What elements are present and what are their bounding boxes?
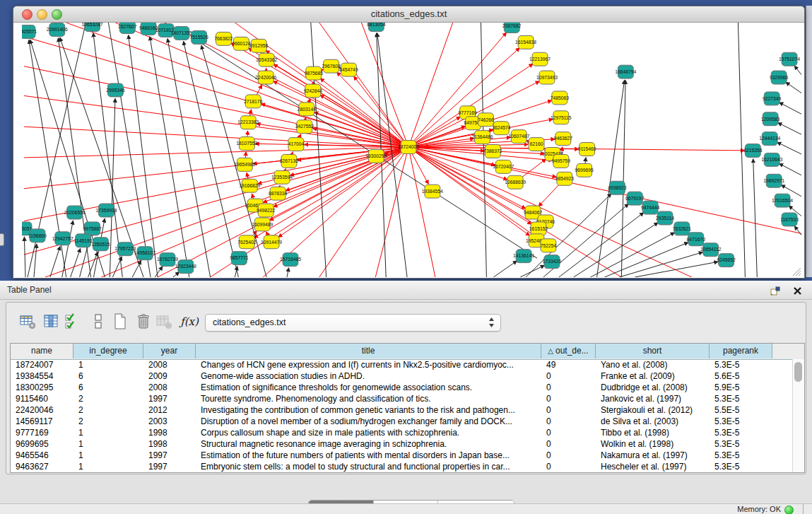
table-row[interactable]: 1830029562008Estimation of significance … — [11, 382, 793, 393]
graph-edge[interactable] — [753, 159, 758, 277]
graph-edge[interactable] — [320, 95, 408, 148]
table-cell[interactable]: 0 — [541, 393, 596, 404]
graph-node[interactable]: 16648794 — [615, 65, 636, 78]
table-cell[interactable]: 2008 — [143, 382, 196, 393]
table-cell[interactable]: 22420046 — [11, 404, 73, 416]
graph-node[interactable]: 1145193 — [74, 234, 93, 247]
graph-node[interactable]: 2995346 — [106, 83, 125, 97]
table-scrollbar[interactable] — [792, 359, 804, 472]
graph-node[interactable]: 9498222 — [257, 204, 276, 217]
graph-node[interactable]: 7485063 — [551, 91, 570, 105]
graph-node[interactable]: 9227349 — [763, 92, 782, 105]
delete-table-icon[interactable] — [134, 313, 153, 331]
table-cell[interactable]: Yano et al. (2008) — [596, 359, 710, 370]
graph-node[interactable]: 62160 — [529, 138, 544, 151]
graph-node[interactable]: 10654112 — [700, 243, 722, 257]
graph-node[interactable]: 12975115 — [551, 111, 572, 124]
table-cell[interactable]: 0 — [541, 382, 596, 393]
table-cell[interactable]: 1998 — [143, 427, 196, 438]
graph-edge[interactable] — [290, 147, 408, 175]
graph-node[interactable]: 752254 — [541, 239, 557, 252]
table-cell[interactable]: Wolkin et al. (1998) — [596, 438, 710, 450]
graph-node[interactable]: 12213383 — [237, 116, 259, 129]
graph-edge[interactable] — [173, 272, 180, 277]
graph-node[interactable]: 12353594 — [271, 170, 293, 184]
close-panel-icon[interactable] — [793, 286, 802, 295]
graph-node[interactable]: 7663822 — [214, 32, 233, 45]
table-cell[interactable]: 2 — [73, 393, 143, 404]
table-cell[interactable]: 5.3E-5 — [710, 438, 772, 450]
graph-node[interactable]: 3624574 — [492, 122, 511, 135]
graph-node[interactable]: 1167533 — [780, 213, 799, 226]
table-cell[interactable]: Structural magnetic resonance image aver… — [196, 438, 541, 450]
graph-edge[interactable] — [520, 265, 544, 277]
graph-node[interactable]: 16720407 — [493, 160, 514, 173]
graph-edge[interactable] — [129, 35, 158, 277]
graph-node[interactable]: 2967608 — [322, 59, 341, 73]
table-cell[interactable]: 5.3E-5 — [710, 416, 772, 427]
table-row[interactable]: 946362711997Embryonic stem cells: a mode… — [11, 461, 793, 472]
graph-node[interactable]: 12444134 — [759, 132, 780, 146]
graph-node[interactable]: 1350515 — [91, 238, 110, 251]
graph-node[interactable]: 9699695 — [575, 163, 594, 177]
table-row[interactable]: 946554611997Estimation of the future num… — [11, 450, 793, 461]
graph-node[interactable]: 9405571 — [22, 25, 37, 38]
column-header-year[interactable]: year — [143, 344, 196, 358]
graph-edge[interactable] — [314, 112, 408, 147]
graph-node[interactable]: 10914479 — [261, 235, 282, 249]
graph-node[interactable]: 16210643 — [761, 153, 782, 166]
table-cell[interactable]: Tibbo et al. (1998) — [596, 427, 710, 438]
graph-node[interactable]: 6679197 — [625, 192, 645, 205]
table-settings-icon[interactable] — [19, 313, 37, 331]
graph-edge[interactable] — [635, 262, 718, 277]
graph-node[interactable]: 7515526 — [190, 30, 209, 44]
graph-edge[interactable] — [71, 249, 81, 277]
graph-node[interactable]: 14071355 — [171, 26, 192, 40]
graph-node[interactable]: 18107553 — [236, 137, 257, 151]
graph-edge[interactable] — [112, 257, 122, 277]
table-cell[interactable]: Jankovic et al. (1997) — [596, 393, 710, 404]
graph-node[interactable]: 1615152 — [529, 222, 548, 235]
graph-node[interactable]: 417004 — [288, 138, 305, 151]
table-cell[interactable]: Hescheler et al. (1997) — [596, 461, 710, 472]
table-cell[interactable]: Stergiakouli et al. (2012) — [596, 404, 710, 416]
table-cell[interactable]: 14569117 — [11, 416, 73, 427]
table-cell[interactable]: 1 — [73, 461, 143, 472]
table-cell[interactable]: 2009 — [143, 370, 196, 382]
graph-node[interactable]: 9474444 — [641, 201, 660, 214]
table-row[interactable]: 1938455462009Genome-wide association stu… — [11, 370, 793, 382]
graph-node[interactable]: 8471670 — [687, 233, 706, 246]
column-header-title[interactable]: title — [196, 344, 541, 358]
graph-edge[interactable] — [184, 42, 239, 277]
table-cell[interactable]: 18300295 — [11, 382, 73, 393]
table-cell[interactable]: 5.9E-5 — [710, 382, 772, 393]
table-cell[interactable]: 5.3E-5 — [710, 359, 772, 370]
column-header-pagerank[interactable]: pagerank — [710, 344, 772, 358]
table-cell[interactable]: 2012 — [143, 404, 196, 416]
table-cell[interactable]: 2003 — [143, 416, 196, 427]
graph-node[interactable]: 9245652 — [717, 254, 736, 267]
table-row[interactable]: 2242004622012Investigating the contribut… — [11, 404, 793, 416]
table-cell[interactable]: Tourette syndrome. Phenomenology and cla… — [196, 393, 541, 404]
table-cell[interactable]: 5.3E-5 — [710, 393, 772, 404]
graph-node[interactable]: 18300295 — [365, 150, 387, 163]
graph-node[interactable]: 7632621 — [673, 222, 692, 235]
graph-node[interactable]: 19892971 — [763, 174, 784, 187]
graph-node[interactable]: 8454749 — [339, 63, 358, 76]
table-cell[interactable]: 1998 — [143, 438, 196, 450]
graph-node[interactable]: 22420046 — [255, 71, 276, 84]
table-cell[interactable]: de Silva et al. (2003) — [596, 416, 710, 427]
graph-edge[interactable] — [621, 81, 625, 277]
graph-node[interactable]: 9857771 — [230, 252, 249, 265]
graph-node[interactable]: 3427552 — [295, 120, 314, 134]
table-cell[interactable]: 6 — [73, 370, 143, 382]
graph-edge[interactable] — [779, 163, 801, 175]
graph-node[interactable]: 2087682 — [502, 23, 522, 33]
graph-node[interactable]: 9875685 — [305, 66, 324, 80]
graph-edge[interactable] — [794, 226, 801, 235]
graph-node[interactable]: 15716485 — [280, 253, 301, 267]
graph-node[interactable]: 20206556 — [64, 206, 86, 219]
graph-node[interactable]: 8813054 — [367, 23, 386, 31]
table-cell[interactable]: 5.6E-5 — [710, 370, 772, 382]
table-cell[interactable]: Estimation of the future numbers of pati… — [196, 450, 541, 461]
